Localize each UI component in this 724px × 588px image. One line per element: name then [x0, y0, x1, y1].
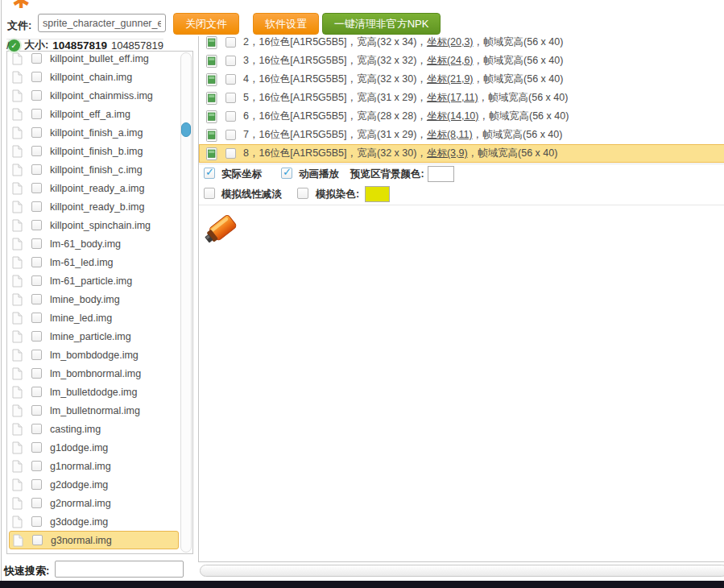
frame-checkbox[interactable]	[225, 93, 236, 103]
file-checkbox[interactable]	[31, 53, 42, 64]
tint-color-swatch[interactable]	[365, 186, 390, 202]
file-name: casting.img	[50, 424, 101, 435]
file-checkbox[interactable]	[31, 90, 42, 101]
file-checkbox[interactable]	[31, 516, 42, 527]
file-checkbox[interactable]	[31, 238, 42, 249]
file-list-item[interactable]: g2dodge.img	[7, 475, 180, 494]
file-checkbox[interactable]	[31, 350, 42, 360]
file-list-item[interactable]: killpoint_eff_a.img	[7, 105, 180, 123]
settings-button[interactable]: 软件设置	[253, 13, 319, 35]
frame-info-post: ，帧域宽高(56 x 40)	[474, 36, 564, 48]
file-checkbox[interactable]	[31, 275, 42, 286]
frame-row[interactable]: 7，16位色[A1R5G5B5]，宽高(31 x 29)，坐标(8,11)，帧域…	[199, 126, 724, 144]
file-list-item[interactable]: killpoint_chain.img	[7, 68, 180, 86]
frame-checkbox[interactable]	[225, 111, 236, 122]
file-list-item[interactable]: g3normal.img	[9, 531, 179, 549]
frame-checkbox[interactable]	[225, 37, 236, 48]
file-checkbox[interactable]	[32, 535, 43, 545]
file-list-item[interactable]: killpoint_bullet_eff.img	[7, 51, 180, 68]
file-name: g3dodge.img	[50, 516, 108, 528]
file-list-item[interactable]: lm-61_particle.img	[7, 271, 180, 290]
file-list-item[interactable]: lm-61_led.img	[7, 253, 180, 271]
panel-horizontal-scrollbar[interactable]	[200, 565, 724, 577]
file-list-item[interactable]: lm_bombnormal.img	[7, 364, 180, 383]
sidebar-scrollbar-track[interactable]	[180, 52, 192, 553]
file-list-item[interactable]: killpoint_finish_b.img	[7, 142, 180, 160]
file-list-item[interactable]: g1normal.img	[7, 457, 180, 475]
file-checkbox[interactable]	[31, 201, 42, 212]
close-file-button[interactable]: 关闭文件	[173, 13, 239, 35]
linear-dodge-checkbox[interactable]	[204, 188, 215, 199]
frame-coord-link[interactable]: 坐标(8,11)	[427, 129, 473, 140]
anim-play-label[interactable]: 动画播放	[299, 168, 339, 181]
quick-search-input[interactable]	[55, 561, 184, 578]
frame-info-pre: 8，16位色[A1R5G5B5]，宽高(32 x 30)，	[243, 147, 427, 159]
frame-coord-link[interactable]: 坐标(20,3)	[427, 36, 474, 48]
file-checkbox[interactable]	[31, 183, 42, 193]
file-checkbox[interactable]	[31, 109, 42, 119]
linear-dodge-label[interactable]: 模拟线性减淡	[221, 188, 282, 201]
frame-checkbox[interactable]	[225, 56, 236, 66]
frame-coord-link[interactable]: 坐标(17,11)	[427, 92, 478, 103]
file-checkbox[interactable]	[31, 313, 42, 323]
file-checkbox[interactable]	[31, 220, 42, 230]
preview-bg-color-swatch[interactable]	[428, 166, 454, 182]
file-checkbox[interactable]	[31, 387, 42, 397]
file-checkbox[interactable]	[31, 72, 42, 82]
file-checkbox[interactable]	[31, 424, 42, 434]
file-page-icon	[12, 126, 23, 139]
file-list-item[interactable]: lmine_particle.img	[7, 327, 180, 346]
frame-coord-link[interactable]: 坐标(3,9)	[427, 147, 468, 159]
file-list-item[interactable]: g1dodge.img	[7, 438, 180, 457]
file-list-item[interactable]: killpoint_ready_a.img	[7, 179, 180, 197]
file-checkbox[interactable]	[31, 498, 42, 508]
file-list-item[interactable]: killpoint_finish_c.img	[7, 160, 180, 179]
file-name: lm_bombdodge.img	[50, 350, 139, 361]
frame-row[interactable]: 8，16位色[A1R5G5B5]，宽高(32 x 30)，坐标(3,9)，帧域宽…	[199, 144, 724, 163]
file-list-item[interactable]: lm_bulletdodge.img	[7, 383, 180, 401]
sidebar-scrollbar-thumb[interactable]	[181, 122, 191, 137]
file-list-item[interactable]: casting.img	[7, 420, 180, 438]
frame-row[interactable]: 6，16位色[A1R5G5B5]，宽高(28 x 28)，坐标(14,10)，帧…	[199, 107, 724, 126]
file-list-item[interactable]: killpoint_chainmiss.img	[7, 86, 180, 105]
file-page-icon	[12, 349, 23, 362]
file-checkbox[interactable]	[31, 479, 42, 490]
file-list-item[interactable]: lmine_body.img	[7, 290, 180, 308]
file-list-item[interactable]: killpoint_spinchain.img	[7, 216, 180, 234]
file-checkbox[interactable]	[31, 405, 42, 416]
file-path-input[interactable]	[38, 14, 166, 32]
frame-checkbox[interactable]	[225, 148, 236, 159]
file-checkbox[interactable]	[31, 368, 42, 379]
file-checkbox[interactable]	[31, 257, 42, 267]
file-list-item[interactable]: g3dodge.img	[7, 512, 180, 531]
file-list-item[interactable]: killpoint_finish_a.img	[7, 123, 180, 142]
file-name: g3normal.img	[51, 535, 112, 546]
frame-row[interactable]: 3，16位色[A1R5G5B5]，宽高(32 x 32)，坐标(24,6)，帧域…	[199, 52, 724, 70]
file-list-item[interactable]: lmine_led.img	[7, 308, 180, 327]
file-checkbox[interactable]	[31, 442, 42, 453]
frame-coord-link[interactable]: 坐标(14,10)	[427, 110, 479, 122]
file-checkbox[interactable]	[31, 164, 42, 175]
tint-checkbox[interactable]	[297, 188, 308, 199]
file-list-item[interactable]: lm_bombdodge.img	[7, 346, 180, 364]
file-list-item[interactable]: lm_bulletnormal.img	[7, 401, 180, 420]
file-list-item[interactable]: killpoint_ready_b.img	[7, 197, 180, 216]
file-list-item[interactable]: lm-61_body.img	[7, 234, 180, 253]
file-list-item[interactable]: g2normal.img	[7, 494, 180, 512]
frame-coord-link[interactable]: 坐标(21,9)	[427, 73, 474, 85]
frame-row[interactable]: 5，16位色[A1R5G5B5]，宽高(31 x 29)，坐标(17,11)，帧…	[199, 89, 724, 107]
file-checkbox[interactable]	[31, 146, 42, 156]
clean-npk-button[interactable]: 一键清理非官方NPK	[322, 13, 441, 35]
file-checkbox[interactable]	[31, 331, 42, 342]
frame-checkbox[interactable]	[225, 74, 236, 85]
tint-label[interactable]: 模拟染色:	[316, 188, 359, 201]
frame-coord-link[interactable]: 坐标(24,6)	[427, 55, 474, 66]
file-checkbox[interactable]	[31, 127, 42, 138]
actual-coord-checkbox[interactable]	[204, 168, 215, 179]
anim-play-checkbox[interactable]	[281, 168, 292, 179]
file-checkbox[interactable]	[31, 461, 42, 471]
file-checkbox[interactable]	[31, 294, 42, 304]
actual-coord-label[interactable]: 实际坐标	[221, 168, 262, 181]
frame-checkbox[interactable]	[225, 130, 236, 140]
frame-row[interactable]: 4，16位色[A1R5G5B5]，宽高(32 x 30)，坐标(21,9)，帧域…	[199, 70, 724, 89]
